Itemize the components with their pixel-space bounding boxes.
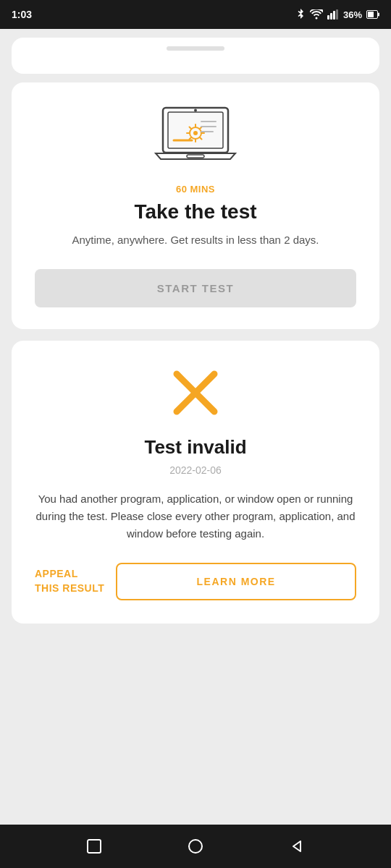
status-icons: 36%	[295, 9, 379, 20]
svg-rect-1	[330, 13, 332, 20]
svg-rect-0	[327, 15, 329, 20]
bottom-nav-bar	[0, 825, 391, 868]
svg-rect-6	[378, 13, 379, 17]
battery-icon	[366, 10, 379, 19]
triangle-icon	[289, 838, 305, 854]
svg-rect-2	[333, 11, 335, 20]
status-bar: 1:03 36%	[0, 0, 391, 29]
start-test-button[interactable]: START TEST	[35, 269, 356, 307]
battery-text: 36%	[343, 9, 362, 20]
svg-rect-20	[88, 840, 101, 853]
svg-point-9	[194, 109, 197, 112]
partial-card-top	[12, 38, 379, 74]
take-test-card: 60 MINS Take the test Anytime, anywhere.…	[12, 82, 379, 329]
svg-point-13	[193, 131, 198, 135]
nav-home-button[interactable]	[185, 836, 206, 856]
svg-point-21	[189, 840, 202, 853]
wifi-icon	[310, 9, 323, 20]
x-mark-icon	[169, 367, 222, 419]
invalid-description: You had another program, application, or…	[35, 490, 356, 542]
laptop-icon	[152, 104, 239, 169]
card1-description: Anytime, anywhere. Get results in less t…	[72, 232, 319, 249]
status-time: 1:03	[12, 9, 32, 20]
nav-back-button[interactable]	[287, 836, 307, 856]
invalid-date: 2022-02-06	[169, 464, 222, 476]
svg-rect-5	[368, 12, 374, 17]
signal-icon	[327, 9, 339, 20]
appeal-button[interactable]: APPEALTHIS RESULT	[35, 567, 104, 595]
learn-more-button[interactable]: LEARN MORE	[116, 563, 356, 600]
partial-card-indicator	[167, 46, 224, 51]
duration-label: 60 MINS	[176, 184, 215, 195]
nav-square-button[interactable]	[84, 836, 104, 856]
action-row: APPEALTHIS RESULT LEARN MORE	[35, 563, 356, 600]
card1-title: Take the test	[134, 200, 256, 224]
circle-icon	[188, 838, 203, 854]
square-icon	[86, 838, 102, 854]
svg-rect-8	[168, 112, 223, 148]
bluetooth-icon	[295, 9, 306, 20]
test-invalid-card: Test invalid 2022-02-06 You had another …	[12, 341, 379, 624]
svg-rect-3	[336, 9, 338, 20]
invalid-title: Test invalid	[144, 436, 246, 459]
main-content: 60 MINS Take the test Anytime, anywhere.…	[0, 29, 391, 825]
